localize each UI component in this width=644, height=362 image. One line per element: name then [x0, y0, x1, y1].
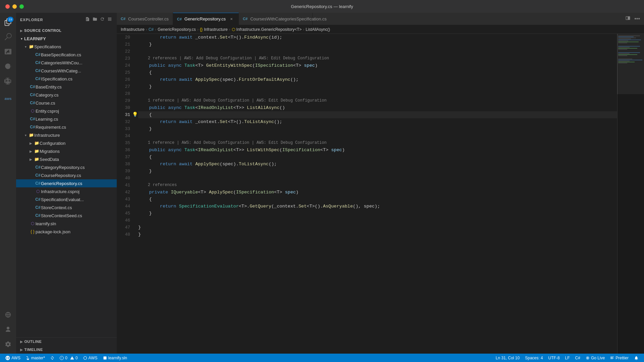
breadcrumb-lang[interactable]: C#: [149, 27, 154, 32]
requirement-file[interactable]: C# Requirement.cs: [16, 123, 117, 131]
breadcrumb-file[interactable]: GenericRepository.cs: [158, 27, 196, 32]
encoding-label: UTF-8: [548, 356, 560, 360]
status-bar-left: AWS master* 0 0 AWS learnify.sln: [3, 356, 130, 360]
errors-status-item[interactable]: 0 0: [57, 356, 80, 360]
category-file[interactable]: C# Category.cs: [16, 91, 117, 99]
sync-status-item[interactable]: [48, 356, 57, 360]
code-line-47: }: [138, 224, 617, 231]
timeline-section[interactable]: ▶ TIMELINE: [16, 346, 117, 354]
close-button[interactable]: [5, 4, 10, 9]
ln-24: 24: [119, 62, 130, 69]
notification-item[interactable]: [631, 356, 641, 360]
code-line-48: }: [138, 231, 617, 238]
branch-status-item[interactable]: master*: [23, 356, 48, 360]
migrations-folder[interactable]: ▶ 📁 Migrations: [16, 147, 117, 155]
new-file-button[interactable]: [85, 16, 91, 23]
outline-label: OUTLINE: [24, 340, 42, 344]
tab-coursescontroller[interactable]: C# CoursesController.cs: [117, 13, 173, 25]
maximize-button[interactable]: [19, 4, 24, 9]
search-activity-icon[interactable]: [1, 30, 15, 44]
new-folder-button[interactable]: [92, 16, 98, 23]
code-content[interactable]: return await _context.Set<T>().FindAsync…: [133, 34, 617, 238]
courserepository-file[interactable]: C# CourseRepository.cs: [16, 171, 117, 179]
go-live-item[interactable]: Go Live: [583, 356, 607, 360]
tab-genericrepository[interactable]: C# GenericRepository.cs ×: [173, 13, 239, 25]
root-label: LEARNIFY: [24, 36, 46, 41]
tab-courseswithcategories[interactable]: C# CoursesWithCategoriesSpecification.cs: [239, 13, 313, 25]
breadcrumb-namespace-brace[interactable]: {}: [200, 27, 203, 32]
prettier-item[interactable]: Prettier: [607, 356, 631, 360]
extensions-activity-icon[interactable]: [1, 74, 15, 88]
learning-file[interactable]: C# Learning.cs: [16, 115, 117, 123]
baseentity-file[interactable]: C# BaseEntity.cs: [16, 83, 117, 91]
collapse-all-button[interactable]: [107, 16, 113, 23]
more-actions-button[interactable]: •••: [633, 15, 641, 22]
remote-activity-icon[interactable]: [1, 308, 15, 321]
courseswithcateg-file[interactable]: C# CoursesWithCateg...: [16, 67, 117, 75]
course-icon: C#: [30, 101, 36, 105]
basespecification-icon: C#: [35, 52, 41, 57]
spaces-item[interactable]: Spaces: 4: [522, 356, 545, 360]
course-file[interactable]: C# Course.cs: [16, 99, 117, 107]
ispecification-file[interactable]: C# ISpecification.cs: [16, 75, 117, 83]
go-live-icon: [586, 356, 590, 360]
categoryrepository-file[interactable]: C# CategoryRepository.cs: [16, 163, 117, 171]
breadcrumb-namespace[interactable]: Infrastructure: [204, 27, 228, 32]
split-editor-button[interactable]: [624, 15, 632, 22]
breadcrumb-class-brace[interactable]: ⬡: [232, 27, 235, 32]
storecontext-file[interactable]: C# StoreContext.cs: [16, 203, 117, 212]
entity-csproj-file[interactable]: ⬡ Entity.csproj: [16, 107, 117, 115]
account-activity-icon[interactable]: [1, 323, 15, 336]
seeddata-folder[interactable]: ▶ 📁 SeedData: [16, 155, 117, 163]
line-ending-label: LF: [565, 356, 570, 360]
breadcrumb-class[interactable]: Infrastructure.GenericRepository<T>: [236, 27, 302, 32]
infrastructure-folder[interactable]: ▾ 📁 Infrastructure: [16, 131, 117, 139]
categorieswithcou-file[interactable]: C# CategoriesWithCou...: [16, 59, 117, 67]
basespecification-file[interactable]: C# BaseSpecification.cs: [16, 51, 117, 59]
genericrepository-file[interactable]: C# GenericRepository.cs: [16, 179, 117, 187]
cursor-position-item[interactable]: Ln 31, Col 10: [493, 356, 522, 360]
error-icon: [60, 356, 64, 360]
specifications-folder[interactable]: ▾ 📁 Specifications: [16, 43, 117, 51]
code-line-46: [138, 217, 617, 224]
storecontextseed-file[interactable]: C# StoreContextSeed.cs: [16, 212, 117, 220]
configuration-icon: 📁: [34, 141, 40, 145]
learnify-sln-file[interactable]: ⬡ learnify.sln: [16, 220, 117, 228]
refresh-button[interactable]: [99, 16, 105, 23]
timeline-label: TIMELINE: [24, 348, 43, 352]
aws-status-item[interactable]: AWS: [80, 356, 100, 360]
explorer-activity-icon[interactable]: 19: [1, 15, 15, 29]
code-line-22: [138, 48, 617, 55]
genericrepository-icon: C#: [35, 181, 41, 186]
root-folder[interactable]: ▾ LEARNIFY: [16, 35, 117, 43]
code-line-37: {: [138, 154, 617, 161]
breadcrumb-infrastructure[interactable]: Infrastructure: [121, 27, 145, 32]
window-controls[interactable]: [5, 4, 24, 9]
settings-activity-icon[interactable]: [1, 338, 15, 351]
code-line-39: }: [138, 168, 617, 175]
minimize-button[interactable]: [12, 4, 17, 9]
category-label: Category.cs: [36, 93, 58, 98]
infrastructure-csproj-file[interactable]: ⬡ Infrastructure.csproj: [16, 187, 117, 195]
source-control-activity-icon[interactable]: [1, 45, 15, 58]
code-line-38: return await ApplySpec(spec).ToListAsync…: [138, 161, 617, 168]
encoding-item[interactable]: UTF-8: [546, 356, 562, 360]
remote-status-item[interactable]: AWS: [3, 356, 23, 360]
specificationevaluat-file[interactable]: C# SpecificationEvaluat...: [16, 195, 117, 203]
requirement-icon: C#: [30, 125, 36, 129]
outline-section[interactable]: ▶ OUTLINE: [16, 338, 117, 346]
package-lock-file[interactable]: { } package-lock.json: [16, 228, 117, 236]
code-line-26: return await ApplySpec(spec).FirstOrDefa…: [138, 76, 617, 83]
tabs-bar: C# CoursesController.cs C# GenericReposi…: [117, 13, 644, 25]
breadcrumb-method[interactable]: ListAllAsync(): [306, 27, 330, 32]
tab-close-button[interactable]: ×: [228, 16, 234, 22]
language-item[interactable]: C#: [573, 356, 583, 360]
code-line-40: [138, 175, 617, 182]
configuration-folder[interactable]: ▶ 📁 Configuration: [16, 139, 117, 147]
source-control-header[interactable]: ▶ SOURCE CONTROL: [16, 26, 117, 35]
line-ending-item[interactable]: LF: [562, 356, 573, 360]
code-editor[interactable]: 20 21 22 23 24 25 26 27 28 29 30 31 32 3…: [117, 34, 617, 354]
aws-activity-icon[interactable]: aws: [1, 92, 15, 105]
run-debug-activity-icon[interactable]: [1, 60, 15, 73]
profile-status-item[interactable]: learnify.sln: [100, 356, 130, 360]
